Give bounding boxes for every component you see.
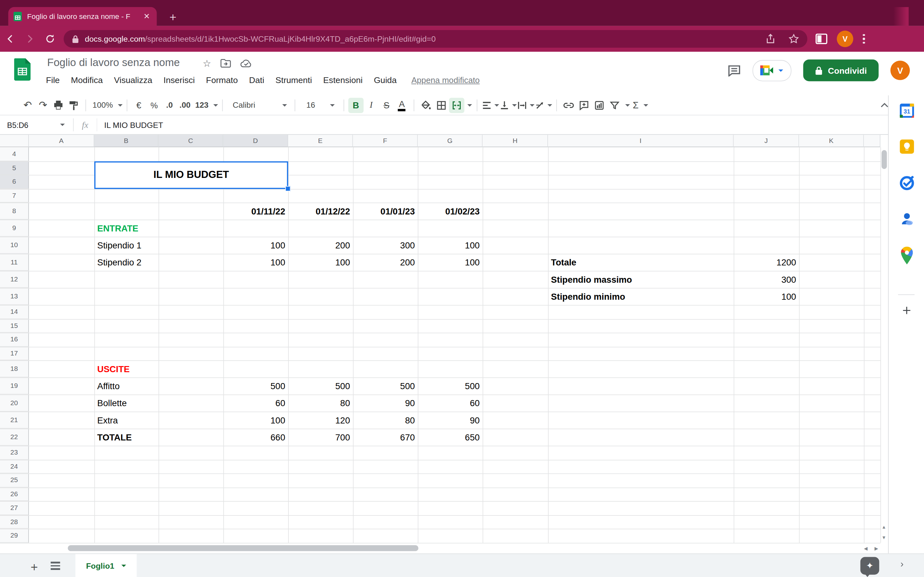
cell-B22[interactable]: TOTALE [94, 429, 158, 446]
zoom-select[interactable]: 100% [90, 97, 122, 113]
create-filter-button[interactable] [607, 97, 622, 113]
menu-strumenti[interactable]: Strumenti [275, 75, 312, 85]
back-button[interactable] [0, 33, 20, 45]
scroll-left-icon[interactable]: ◀ [864, 546, 867, 551]
column-header-G[interactable]: G [418, 135, 483, 147]
sheets-logo[interactable] [14, 58, 31, 81]
undo-button[interactable]: ↶ [20, 97, 35, 113]
column-header-K[interactable]: K [799, 135, 864, 147]
merge-cells-caret[interactable] [464, 97, 473, 113]
row-header-14[interactable]: 14 [0, 305, 29, 319]
cell-D20[interactable]: 60 [223, 395, 288, 412]
cell-B20[interactable]: Bollette [94, 395, 158, 412]
url-bar[interactable]: docs.google.com/spreadsheets/d/1ik1HwocS… [63, 30, 807, 48]
column-header-F[interactable]: F [353, 135, 418, 147]
maps-icon[interactable] [900, 247, 914, 264]
row-header-25[interactable]: 25 [0, 474, 29, 487]
cell-D19[interactable]: 500 [223, 377, 288, 394]
account-avatar[interactable]: V [890, 61, 910, 80]
column-header-H[interactable]: H [483, 135, 548, 147]
browser-profile-avatar[interactable]: V [837, 31, 853, 47]
row-header-29[interactable]: 29 [0, 529, 29, 542]
row-header-9[interactable]: 9 [0, 219, 29, 237]
filter-views-caret[interactable] [622, 97, 630, 113]
name-box[interactable]: B5:D6 [0, 121, 58, 129]
text-color-button[interactable]: A [394, 97, 409, 113]
cell-D8[interactable]: 01/11/22 [223, 203, 288, 219]
cell-B11[interactable]: Stipendio 2 [94, 254, 158, 271]
expand-side-panel-icon[interactable]: › [901, 559, 904, 569]
cell-F8[interactable]: 01/01/23 [353, 203, 418, 219]
cell-B21[interactable]: Extra [94, 412, 158, 429]
cell-F21[interactable]: 80 [353, 412, 418, 429]
row-header-8[interactable]: 8 [0, 203, 29, 219]
explore-button[interactable]: ✦ [861, 557, 879, 575]
row-header-16[interactable]: 16 [0, 333, 29, 347]
redo-button[interactable]: ↷ [35, 97, 51, 113]
horizontal-align-button[interactable] [481, 97, 499, 113]
cell-B18[interactable]: USCITE [94, 360, 158, 377]
menu-file[interactable]: File [46, 75, 60, 85]
cell-E22[interactable]: 700 [288, 429, 353, 446]
cell-F10[interactable]: 300 [353, 237, 418, 253]
cell-B10[interactable]: Stipendio 1 [94, 237, 158, 253]
column-header-C[interactable]: C [158, 135, 223, 147]
comment-history-icon[interactable] [728, 64, 740, 76]
row-header-10[interactable]: 10 [0, 237, 29, 253]
cell-I12[interactable]: Stipendio massimo [548, 271, 734, 288]
row-header-27[interactable]: 27 [0, 501, 29, 515]
row-header-19[interactable]: 19 [0, 377, 29, 394]
vertical-scrollbar[interactable] [882, 150, 887, 169]
last-edit-status[interactable]: Appena modificato [411, 75, 480, 85]
cell-F11[interactable]: 200 [353, 254, 418, 271]
strikethrough-button[interactable]: S [379, 97, 394, 113]
get-addons-icon[interactable]: ＋ [900, 300, 914, 319]
cell-J12[interactable]: 300 [734, 271, 799, 288]
cell-E21[interactable]: 120 [288, 412, 353, 429]
row-header-23[interactable]: 23 [0, 446, 29, 459]
cell-D10[interactable]: 100 [223, 237, 288, 253]
menu-estensioni[interactable]: Estensioni [323, 75, 363, 85]
cell-D11[interactable]: 100 [223, 254, 288, 271]
decrease-decimals-button[interactable]: .0 [162, 97, 177, 113]
fill-color-button[interactable] [418, 97, 434, 113]
keep-icon[interactable] [899, 139, 914, 154]
cell-G10[interactable]: 100 [418, 237, 483, 253]
cell-I13[interactable]: Stipendio minimo [548, 288, 734, 305]
increase-decimals-button[interactable]: .00 [177, 97, 193, 113]
scroll-right-icon[interactable]: ▶ [875, 546, 878, 551]
row-header-26[interactable]: 26 [0, 487, 29, 501]
menu-dati[interactable]: Dati [249, 75, 264, 85]
column-header-B[interactable]: B [94, 135, 158, 147]
cell-E19[interactable]: 500 [288, 377, 353, 394]
document-title[interactable]: Foglio di lavoro senza nome [47, 56, 180, 69]
cell-D21[interactable]: 100 [223, 412, 288, 429]
cell-G21[interactable]: 90 [418, 412, 483, 429]
cell-J11[interactable]: 1200 [734, 254, 799, 271]
format-percent-button[interactable]: % [146, 97, 162, 113]
insert-link-button[interactable] [561, 97, 576, 113]
vertical-align-button[interactable] [499, 97, 517, 113]
italic-button[interactable]: I [363, 97, 379, 113]
column-header-A[interactable]: A [29, 135, 94, 147]
cell-E8[interactable]: 01/12/22 [288, 203, 353, 219]
meet-button[interactable] [752, 60, 791, 81]
column-header-J[interactable]: J [734, 135, 799, 147]
row-header-22[interactable]: 22 [0, 429, 29, 446]
browser-tab[interactable]: Foglio di lavoro senza nome - F ✕ [8, 7, 157, 26]
menu-inserisci[interactable]: Inserisci [164, 75, 195, 85]
reload-button[interactable] [40, 33, 60, 45]
horizontal-scrollbar[interactable] [68, 545, 418, 551]
row-header-17[interactable]: 17 [0, 347, 29, 360]
column-header-I[interactable]: I [548, 135, 734, 147]
move-to-folder-icon[interactable] [221, 59, 231, 68]
all-sheets-icon[interactable] [51, 562, 60, 570]
format-currency-button[interactable]: € [131, 97, 147, 113]
name-box-caret-icon[interactable] [60, 124, 65, 126]
cell-G19[interactable]: 500 [418, 377, 483, 394]
font-select[interactable]: Calibri [227, 97, 290, 113]
insert-chart-button[interactable] [591, 97, 607, 113]
cell-B9[interactable]: ENTRATE [94, 219, 158, 237]
scroll-down-icon[interactable]: ▼ [882, 535, 887, 541]
contacts-icon[interactable] [899, 211, 914, 227]
